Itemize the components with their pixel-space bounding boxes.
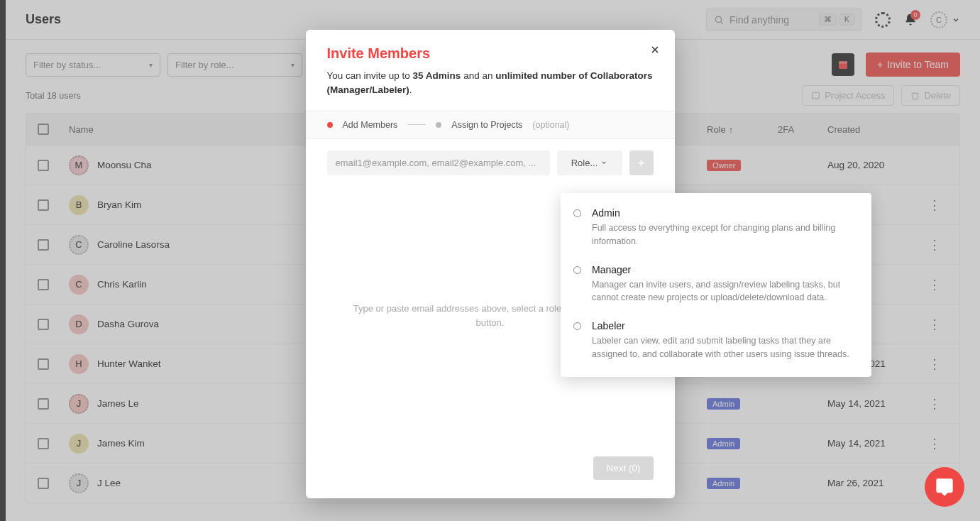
role-option[interactable]: Manager Manager can invite users, and as…: [561, 257, 871, 314]
radio-icon: [573, 266, 581, 274]
role-option-title: Manager: [592, 264, 856, 275]
role-option-desc: Manager can invite users, and assign/rev…: [592, 278, 856, 305]
email-input[interactable]: [327, 150, 550, 175]
role-dropdown: Admin Full access to everything except f…: [561, 193, 871, 377]
step-dot-active: [327, 122, 333, 128]
role-option-desc: Labeler can view, edit and submit labeli…: [592, 334, 856, 361]
role-select[interactable]: Role...: [557, 150, 622, 175]
role-option[interactable]: Admin Full access to everything except f…: [561, 200, 871, 257]
modal-steps: Add Members Assign to Projects (optional…: [306, 111, 675, 139]
role-option-title: Admin: [592, 207, 856, 219]
step-assign-projects: Assign to Projects: [451, 120, 522, 130]
next-button[interactable]: Next (0): [593, 456, 653, 480]
close-icon: [649, 44, 661, 55]
plus-icon: [636, 158, 646, 168]
modal-subtitle: You can invite up to 35 Admins and an un…: [327, 69, 654, 98]
chat-fab[interactable]: [925, 467, 964, 507]
radio-icon: [573, 209, 581, 217]
role-option-title: Labeler: [592, 320, 856, 331]
radio-icon: [573, 322, 581, 330]
step-add-members: Add Members: [343, 120, 398, 130]
step-connector: [407, 124, 426, 125]
step-dot-inactive: [436, 122, 441, 128]
role-option-desc: Full access to everything except for cha…: [592, 221, 856, 248]
close-button[interactable]: [649, 44, 661, 55]
role-option[interactable]: Labeler Labeler can view, edit and submi…: [561, 313, 871, 370]
chevron-down-icon: [600, 159, 607, 166]
modal-title: Invite Members: [327, 45, 654, 62]
step-optional-label: (optional): [532, 120, 569, 130]
add-button[interactable]: [629, 150, 654, 175]
chat-icon: [935, 477, 954, 497]
